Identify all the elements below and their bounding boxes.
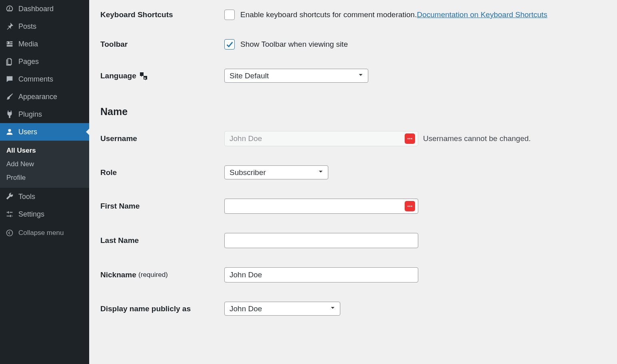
svg-point-5 bbox=[409, 206, 411, 207]
sidebar-item-comments[interactable]: Comments bbox=[0, 70, 89, 88]
sidebar-item-label: Pages bbox=[18, 58, 39, 66]
brush-icon bbox=[5, 92, 14, 101]
submenu-item-add-new[interactable]: Add New bbox=[0, 157, 89, 171]
sidebar-item-dashboard[interactable]: Dashboard bbox=[0, 0, 89, 18]
comment-icon bbox=[5, 75, 14, 84]
sidebar-item-posts[interactable]: Posts bbox=[0, 18, 89, 35]
gauge-icon bbox=[5, 4, 14, 13]
page-icon bbox=[5, 57, 14, 66]
username-input bbox=[224, 131, 418, 146]
sidebar-item-settings[interactable]: Settings bbox=[0, 205, 89, 223]
password-manager-icon[interactable] bbox=[405, 201, 415, 211]
svg-point-4 bbox=[407, 206, 409, 207]
row-nickname: Nickname (required) bbox=[100, 258, 606, 292]
row-role: Role Subscriber bbox=[100, 156, 606, 189]
sidebar-item-users[interactable]: Users bbox=[0, 123, 89, 141]
svg-point-2 bbox=[409, 138, 411, 139]
last-name-input[interactable] bbox=[224, 233, 418, 248]
submenu-item-profile[interactable]: Profile bbox=[0, 171, 89, 185]
toolbar-checkbox[interactable] bbox=[224, 39, 235, 50]
content-area: Keyboard Shortcuts Enable keyboard short… bbox=[89, 0, 617, 364]
sidebar-item-label: Comments bbox=[18, 75, 53, 84]
sidebar-item-label: Settings bbox=[18, 210, 44, 219]
media-icon bbox=[5, 40, 14, 48]
row-toolbar: Toolbar Show Toolbar when viewing site bbox=[100, 30, 606, 59]
collapse-label: Collapse menu bbox=[18, 229, 64, 237]
section-heading-name: Name bbox=[100, 106, 606, 117]
svg-point-0 bbox=[7, 230, 13, 236]
sidebar-item-label: Users bbox=[18, 128, 37, 136]
row-username: Username Usernames cannot be changed. bbox=[100, 121, 606, 156]
row-keyboard-shortcuts: Keyboard Shortcuts Enable keyboard short… bbox=[100, 0, 606, 30]
keyboard-shortcuts-checkbox[interactable] bbox=[224, 10, 235, 20]
sidebar-item-media[interactable]: Media bbox=[0, 35, 89, 53]
label-username: Username bbox=[100, 134, 224, 143]
username-description: Usernames cannot be changed. bbox=[423, 134, 531, 143]
label-last-name: Last Name bbox=[100, 236, 224, 245]
keyboard-shortcuts-description: Enable keyboard shortcuts for comment mo… bbox=[240, 10, 417, 19]
role-select[interactable]: Subscriber bbox=[224, 165, 328, 179]
wrench-icon bbox=[5, 192, 14, 201]
translate-icon bbox=[139, 71, 148, 81]
pin-icon bbox=[5, 22, 14, 31]
sidebar-item-label: Dashboard bbox=[18, 5, 54, 13]
sidebar-item-plugins[interactable]: Plugins bbox=[0, 105, 89, 123]
row-first-name: First Name bbox=[100, 189, 606, 223]
label-keyboard-shortcuts: Keyboard Shortcuts bbox=[100, 10, 224, 19]
nickname-input[interactable] bbox=[224, 267, 418, 282]
sidebar-item-label: Tools bbox=[18, 193, 35, 201]
keyboard-shortcuts-doc-link[interactable]: Documentation on Keyboard Shortcuts bbox=[417, 10, 547, 19]
password-manager-icon[interactable] bbox=[405, 133, 415, 144]
label-nickname: Nickname (required) bbox=[100, 271, 224, 279]
sidebar-item-tools[interactable]: Tools bbox=[0, 188, 89, 205]
sidebar-item-appearance[interactable]: Appearance bbox=[0, 88, 89, 105]
row-last-name: Last Name bbox=[100, 223, 606, 258]
toolbar-description: Show Toolbar when viewing site bbox=[240, 40, 348, 49]
sliders-icon bbox=[5, 210, 14, 219]
row-language: Language Site Default bbox=[100, 59, 606, 92]
svg-point-3 bbox=[411, 138, 412, 139]
label-toolbar: Toolbar bbox=[100, 40, 224, 49]
sidebar-item-label: Posts bbox=[18, 22, 36, 31]
sidebar-item-label: Appearance bbox=[18, 93, 57, 101]
label-display-name: Display name publicly as bbox=[100, 304, 224, 313]
label-role: Role bbox=[100, 168, 224, 177]
user-icon bbox=[5, 127, 14, 136]
svg-point-6 bbox=[411, 206, 412, 207]
label-first-name: First Name bbox=[100, 202, 224, 211]
sidebar-item-pages[interactable]: Pages bbox=[0, 53, 89, 70]
collapse-icon bbox=[5, 229, 14, 237]
label-language: Language bbox=[100, 71, 224, 81]
first-name-input[interactable] bbox=[224, 199, 418, 214]
language-select[interactable]: Site Default bbox=[224, 69, 368, 83]
plug-icon bbox=[5, 110, 14, 119]
sidebar-item-label: Media bbox=[18, 40, 38, 48]
sidebar-submenu-users: All Users Add New Profile bbox=[0, 141, 89, 188]
collapse-menu-button[interactable]: Collapse menu bbox=[0, 225, 89, 241]
admin-sidebar: Dashboard Posts Media Pages Comments App… bbox=[0, 0, 89, 364]
row-display-name: Display name publicly as John Doe bbox=[100, 292, 606, 325]
svg-point-1 bbox=[407, 138, 409, 139]
display-name-select[interactable]: John Doe bbox=[224, 302, 340, 316]
submenu-item-all-users[interactable]: All Users bbox=[0, 144, 89, 157]
sidebar-item-label: Plugins bbox=[18, 110, 42, 119]
